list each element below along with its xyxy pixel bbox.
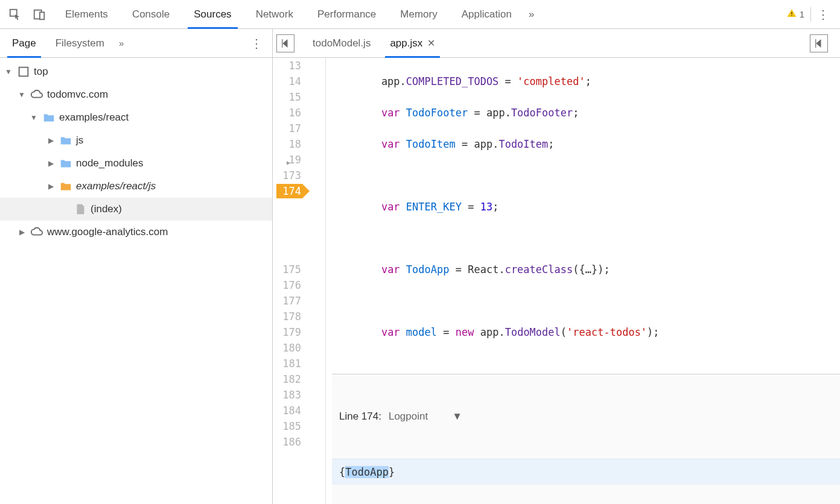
inspect-element-icon[interactable]: [5, 4, 25, 25]
code-content[interactable]: app.COMPLETED_TODOS = 'completed'; var T…: [326, 58, 840, 504]
tab-elements[interactable]: Elements: [53, 0, 120, 29]
sidebar-tab-bar: Page Filesystem » ⋮: [0, 29, 272, 58]
folder-icon: [59, 134, 72, 147]
svg-rect-4: [791, 15, 792, 16]
editor-pane: todoModel.js app.jsx ✕ 13 14 15 16 17 18…: [273, 29, 840, 504]
editor-tab-appjsx[interactable]: app.jsx ✕: [380, 29, 445, 58]
tab-console[interactable]: Console: [120, 0, 182, 29]
tree-item-folder[interactable]: ▼ examples/react: [0, 106, 272, 129]
tree-item-folder[interactable]: ▶ node_modules: [0, 152, 272, 175]
sidebar-tabs-overflow-icon[interactable]: »: [119, 38, 124, 48]
tree-arrow-icon: ▶: [46, 159, 56, 168]
warning-count: 1: [800, 9, 804, 19]
tree-arrow-icon: ▶: [46, 136, 56, 145]
tree-item-domain[interactable]: ▼ todomvc.com: [0, 83, 272, 106]
logpoint-line-label: Line 174:: [339, 409, 381, 424]
tree-arrow-icon: ▶: [46, 182, 56, 191]
sidebar-tab-filesystem[interactable]: Filesystem: [46, 29, 114, 58]
warning-icon: [786, 8, 797, 20]
folder-icon: [59, 180, 72, 193]
editor-tab-todomodel[interactable]: todoModel.js: [303, 29, 380, 58]
tree-item-domain[interactable]: ▶ www.google-analytics.com: [0, 221, 272, 244]
tab-network[interactable]: Network: [244, 0, 305, 29]
folder-icon: [42, 111, 56, 124]
tree-label: (index): [91, 203, 122, 215]
toggle-debugger-pane-icon[interactable]: [810, 34, 828, 52]
main: Page Filesystem » ⋮ ▼ top ▼ todomvc.com …: [0, 29, 840, 504]
settings-more-icon[interactable]: ⋮: [817, 7, 830, 22]
tree-arrow-icon: ▼: [17, 90, 27, 99]
tab-application[interactable]: Application: [450, 0, 524, 29]
history-back-icon[interactable]: [276, 34, 294, 52]
tree-item-file[interactable]: (index): [0, 198, 272, 221]
warnings-badge[interactable]: 1: [786, 8, 804, 20]
sidebar-tab-page[interactable]: Page: [2, 29, 46, 58]
cloud-icon: [30, 225, 43, 239]
file-icon: [74, 203, 87, 216]
logpoint-expression-input[interactable]: {TodoApp}: [332, 459, 840, 485]
svg-rect-7: [815, 39, 816, 48]
chevron-down-icon: ▼: [452, 409, 462, 424]
tree-arrow-icon: ▶: [17, 228, 27, 236]
device-toolbar-icon[interactable]: [29, 4, 49, 25]
tree-label: examples/react/js: [76, 180, 156, 192]
tree-item-sourcemapped-folder[interactable]: ▶ examples/react/js: [0, 175, 272, 198]
devtools-tab-bar: Elements Console Sources Network Perform…: [0, 0, 840, 29]
tab-memory[interactable]: Memory: [388, 0, 449, 29]
tab-performance[interactable]: Performance: [305, 0, 388, 29]
tab-sources[interactable]: Sources: [182, 0, 243, 29]
tree-item-top[interactable]: ▼ top: [0, 60, 272, 83]
cloud-icon: [30, 88, 43, 101]
tree-item-folder[interactable]: ▶ js: [0, 129, 272, 152]
tree-label: js: [76, 134, 83, 146]
close-icon[interactable]: ✕: [427, 29, 435, 58]
code-editor[interactable]: 13 14 15 16 17 18 19▶ 173 174 175 176 17…: [273, 58, 840, 504]
tree-label: top: [34, 66, 48, 78]
frame-icon: [17, 65, 30, 78]
line-gutter[interactable]: 13 14 15 16 17 18 19▶ 173 174 175 176 17…: [273, 58, 326, 504]
editor-tab-bar: todoModel.js app.jsx ✕: [273, 29, 840, 58]
tree-label: todomvc.com: [47, 89, 108, 101]
tree-label: www.google-analytics.com: [47, 226, 168, 238]
file-tree: ▼ top ▼ todomvc.com ▼ examples/react ▶ j…: [0, 58, 272, 246]
svg-rect-5: [19, 68, 28, 77]
editor-tab-label: app.jsx: [390, 29, 422, 58]
tree-arrow-icon: ▼: [29, 113, 39, 122]
svg-rect-6: [282, 39, 282, 48]
sources-sidebar: Page Filesystem » ⋮ ▼ top ▼ todomvc.com …: [0, 29, 273, 504]
tabs-overflow-icon[interactable]: »: [524, 0, 539, 29]
editor-tab-label: todoModel.js: [313, 29, 371, 58]
svg-rect-2: [40, 12, 44, 19]
breakpoint-type-select[interactable]: Logpoint ▼: [389, 409, 462, 424]
divider: [810, 7, 811, 22]
breakpoint-marker[interactable]: 174: [273, 183, 301, 199]
svg-rect-3: [791, 12, 792, 14]
tree-arrow-icon: ▼: [4, 68, 13, 76]
tree-label: node_modules: [76, 157, 144, 169]
tree-label: examples/react: [59, 112, 129, 124]
folder-icon: [59, 157, 72, 170]
logpoint-editor: Line 174: Logpoint ▼ {TodoApp}: [332, 374, 840, 504]
sidebar-more-icon[interactable]: ⋮: [243, 36, 270, 51]
